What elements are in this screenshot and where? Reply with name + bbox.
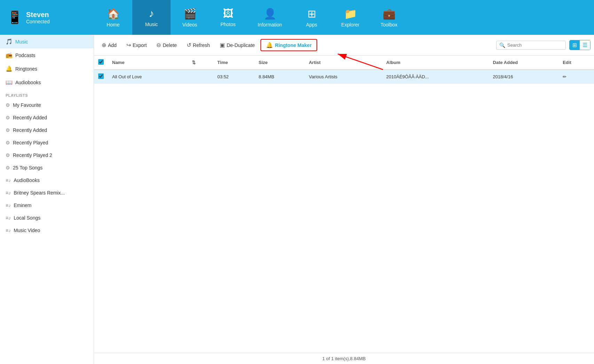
sidebar-item-podcasts[interactable]: 📻 Podcasts [0,48,94,62]
sidebar-item-recently-played-1[interactable]: ⚙ Recently Played [0,136,94,149]
device-info: 📱 Steven Connected [0,0,94,35]
sidebar-item-britney[interactable]: ≡♪ Britney Spears Remix... [0,187,94,199]
sidebar-item-my-favourite[interactable]: ⚙ My Favourite [0,99,94,111]
delete-button[interactable]: ⊖ Delete [152,40,181,50]
col-artist[interactable]: Artist [305,56,382,70]
nav-label-home: Home [107,22,119,27]
apps-icon: ⊞ [307,8,316,20]
nav-item-videos[interactable]: 🎬 Videos [171,0,209,35]
view-toggle: ⊞ ☰ [569,40,591,50]
row-edit[interactable]: ✏ [558,70,594,84]
col-sort-icon: ⇅ [188,56,213,70]
sidebar-label-music: Music [15,39,28,45]
ringtones-icon: 🔔 [6,65,13,72]
nav-label-apps: Apps [306,22,317,27]
search-input[interactable] [507,42,563,48]
sidebar-label-eminem: Eminem [14,203,31,208]
search-icon: 🔍 [499,42,505,48]
col-album[interactable]: Album [382,56,489,70]
gear-icon-5: ⚙ [6,152,10,158]
sidebar-item-eminem[interactable]: ≡♪ Eminem [0,199,94,212]
playlist-icon-2: ≡♪ [6,190,11,196]
deduplicate-label: De-Duplicate [227,42,255,48]
nav-label-photos: Photos [220,22,236,27]
col-edit[interactable]: Edit [558,56,594,70]
music-table: Name ⇅ Time Size Artist Album Date Added… [94,56,594,84]
grid-view-button[interactable]: ⊞ [570,40,580,50]
refresh-icon: ↺ [187,42,191,48]
sidebar-label-recently-added-1: Recently Added [13,115,47,120]
row-time: 03:52 [213,70,254,84]
playlist-icon-4: ≡♪ [6,215,11,221]
deduplicate-button[interactable]: ▣ De-Duplicate [216,40,259,50]
sidebar-label-25-top-songs: 25 Top Songs [13,165,42,171]
audiobooks-icon: 📖 [6,79,13,86]
delete-icon: ⊖ [156,42,161,48]
row-artist: Various Artists [305,70,382,84]
row-checkbox[interactable] [98,73,104,79]
deduplicate-icon: ▣ [220,42,225,48]
status-bar: 1 of 1 item(s),8.84MB [94,353,594,364]
music-note-icon: 🎵 [6,38,13,45]
col-date-added[interactable]: Date Added [489,56,559,70]
playlist-icon-5: ≡♪ [6,228,11,233]
table-header-row: Name ⇅ Time Size Artist Album Date Added… [94,56,594,70]
nav-label-toolbox: Toolbox [381,22,397,27]
list-view-button[interactable]: ☰ [580,40,590,50]
device-status: Connected [26,19,50,24]
col-time[interactable]: Time [213,56,254,70]
sidebar-label-recently-played-1: Recently Played [13,140,48,145]
sidebar-item-local-songs[interactable]: ≡♪ Local Songs [0,212,94,224]
sidebar-item-recently-added-2[interactable]: ⚙ Recently Added [0,124,94,136]
refresh-button[interactable]: ↺ Refresh [182,40,214,50]
nav-item-apps[interactable]: ⊞ Apps [292,0,331,35]
device-name: Steven [26,11,50,19]
information-icon: 👤 [264,8,276,20]
sidebar-item-audiobooks-pl[interactable]: ≡♪ AudioBooks [0,174,94,187]
playlist-icon-3: ≡♪ [6,203,11,208]
nav-label-explorer: Explorer [341,22,359,27]
sidebar-item-music[interactable]: 🎵 Music [0,35,94,48]
sidebar-item-25-top-songs[interactable]: ⚙ 25 Top Songs [0,161,94,174]
export-button[interactable]: ↪ Export [122,40,151,50]
nav-item-explorer[interactable]: 📁 Explorer [331,0,370,35]
row-checkbox-cell [94,70,108,84]
nav-label-information: Information [258,22,282,27]
search-box[interactable]: 🔍 [496,41,566,50]
videos-icon: 🎬 [183,8,196,20]
add-button[interactable]: ⊕ Add [97,40,121,50]
main-layout: 🎵 Music 📻 Podcasts 🔔 Ringtones 📖 Audiobo… [0,35,594,364]
gear-icon-4: ⚙ [6,140,10,145]
photos-icon: 🖼 [223,8,233,19]
sidebar-item-audiobooks[interactable]: 📖 Audiobooks [0,76,94,89]
gear-icon-3: ⚙ [6,127,10,133]
ringtone-maker-button[interactable]: 🔔 Ringtone Maker [260,39,317,51]
gear-icon-6: ⚙ [6,165,10,171]
col-checkbox [94,56,108,70]
sidebar-label-audiobooks: Audiobooks [15,80,41,85]
select-all-checkbox[interactable] [98,59,104,65]
nav-items: 🏠 Home ♪ Music 🎬 Videos 🖼 Photos 👤 Infor… [94,0,594,35]
content-area: ⊕ Add ↪ Export ⊖ Delete ↺ Refresh ▣ De-D… [94,35,594,364]
sidebar-item-ringtones[interactable]: 🔔 Ringtones [0,62,94,76]
nav-item-home[interactable]: 🏠 Home [94,0,132,35]
nav-item-information[interactable]: 👤 Information [247,0,292,35]
music-table-container: Name ⇅ Time Size Artist Album Date Added… [94,56,594,353]
col-name[interactable]: Name [108,56,188,70]
toolbox-icon: 💼 [383,8,396,20]
col-size[interactable]: Size [255,56,305,70]
nav-item-music[interactable]: ♪ Music [132,0,171,35]
sidebar-label-my-favourite: My Favourite [13,102,41,108]
sidebar-label-ringtones: Ringtones [15,66,37,72]
playlists-label: PLAYLISTS [0,89,94,99]
sidebar: 🎵 Music 📻 Podcasts 🔔 Ringtones 📖 Audiobo… [0,35,94,364]
nav-item-photos[interactable]: 🖼 Photos [209,0,247,35]
playlist-icon-1: ≡♪ [6,177,11,183]
sidebar-item-music-video[interactable]: ≡♪ Music Video [0,224,94,237]
nav-item-toolbox[interactable]: 💼 Toolbox [370,0,408,35]
sidebar-item-recently-added-1[interactable]: ⚙ Recently Added [0,111,94,124]
podcasts-icon: 📻 [6,52,13,58]
gear-icon-2: ⚙ [6,115,10,120]
sidebar-item-recently-played-2[interactable]: ⚙ Recently Played 2 [0,149,94,161]
add-label: Add [108,42,117,48]
